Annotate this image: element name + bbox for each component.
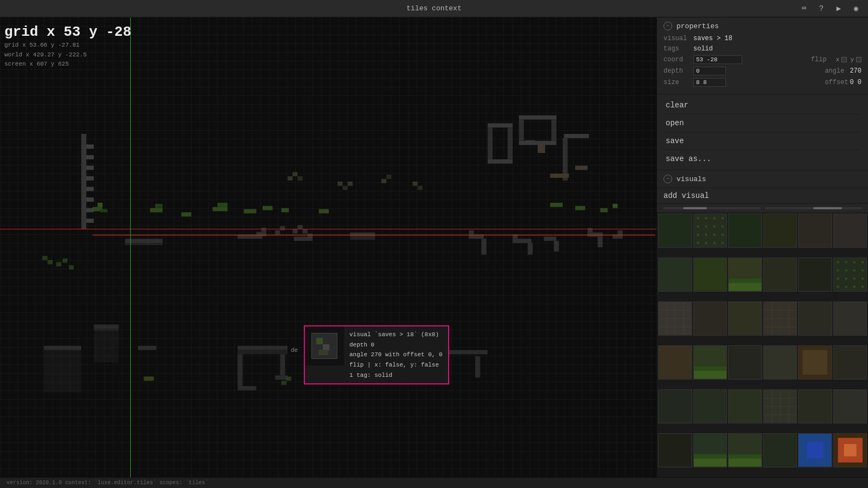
tile-grid bbox=[657, 213, 868, 477]
svg-rect-128 bbox=[764, 214, 797, 247]
tile-cell[interactable] bbox=[728, 214, 762, 248]
tile-cell[interactable] bbox=[798, 389, 832, 423]
tile-tooltip-info: visual `saves > 18` (8x8) depth 0 angle … bbox=[344, 326, 448, 383]
svg-rect-142 bbox=[861, 261, 864, 264]
tile-cell[interactable] bbox=[833, 301, 867, 336]
tile-cell[interactable] bbox=[798, 345, 832, 380]
scrollbar-thumb-right[interactable] bbox=[813, 207, 843, 209]
svg-rect-151 bbox=[837, 286, 839, 288]
tile-cell[interactable] bbox=[658, 258, 692, 292]
tile-cell[interactable] bbox=[763, 258, 797, 292]
tile-cell[interactable] bbox=[833, 214, 867, 248]
svg-rect-153 bbox=[853, 286, 855, 288]
map-area[interactable]: grid x 53 y -28 grid x 53.66 y -27.81 wo… bbox=[0, 17, 656, 477]
tile-cell[interactable] bbox=[798, 301, 832, 336]
tile-cell[interactable] bbox=[693, 258, 727, 292]
tile-cell[interactable] bbox=[658, 433, 692, 467]
coord-input[interactable] bbox=[693, 55, 742, 64]
visuals-section: − visuals add visual bbox=[657, 170, 868, 477]
add-visual-button[interactable]: add visual bbox=[657, 188, 868, 204]
tile-preview-inner bbox=[311, 333, 337, 359]
size-input[interactable] bbox=[693, 78, 726, 87]
svg-rect-195 bbox=[659, 434, 692, 467]
properties-header: − properties bbox=[663, 22, 861, 30]
crosshair-horizontal bbox=[0, 229, 656, 229]
tile-preview-box bbox=[305, 326, 344, 365]
depth-input[interactable] bbox=[693, 67, 726, 75]
open-button[interactable]: open bbox=[663, 114, 861, 132]
help-icon[interactable]: ? bbox=[816, 3, 827, 14]
tags-row: tags solid bbox=[663, 45, 861, 53]
save-button[interactable]: save bbox=[663, 132, 861, 150]
tile-cell[interactable] bbox=[763, 301, 797, 336]
tile-cell[interactable] bbox=[763, 345, 797, 380]
tile-cell[interactable] bbox=[728, 258, 762, 292]
tile-cell[interactable] bbox=[728, 389, 762, 423]
svg-rect-202 bbox=[764, 434, 797, 467]
tile-cell[interactable] bbox=[658, 214, 692, 248]
tile-cell[interactable] bbox=[658, 301, 692, 336]
visuals-icon: − bbox=[663, 175, 672, 183]
tile-cell[interactable] bbox=[728, 433, 762, 467]
tile-cell[interactable] bbox=[693, 214, 727, 248]
svg-rect-181 bbox=[803, 350, 827, 375]
keyboard-icon[interactable]: ⌨ bbox=[799, 3, 809, 14]
tile-cell[interactable] bbox=[693, 301, 727, 336]
user-icon[interactable]: ◉ bbox=[851, 3, 861, 14]
tile-cell[interactable] bbox=[693, 433, 727, 467]
visuals-title: visuals bbox=[676, 175, 706, 183]
svg-rect-191 bbox=[780, 390, 781, 423]
size-label: size bbox=[663, 79, 693, 86]
right-panel: − properties visual saves > 18 tags soli… bbox=[656, 17, 868, 477]
svg-rect-126 bbox=[722, 242, 724, 244]
top-bar: tiles context ⌨ ? ▶ ◉ bbox=[0, 0, 868, 17]
scrollbar-thumb-left[interactable] bbox=[683, 207, 707, 209]
tile-cell[interactable] bbox=[798, 258, 832, 292]
main-layout: grid x 53 y -28 grid x 53.66 y -27.81 wo… bbox=[0, 17, 868, 477]
svg-rect-115 bbox=[697, 226, 699, 228]
scrollbar-track-right[interactable] bbox=[765, 207, 862, 209]
svg-rect-207 bbox=[844, 444, 856, 457]
svg-rect-182 bbox=[834, 346, 867, 379]
tile-cell[interactable] bbox=[798, 433, 832, 467]
tile-cell[interactable] bbox=[693, 389, 727, 423]
play-icon[interactable]: ▶ bbox=[833, 3, 844, 14]
status-bar: version: 2020.1.0 context: `luxe.editor.… bbox=[0, 477, 868, 488]
flip-x-group: x bbox=[836, 56, 847, 63]
svg-rect-144 bbox=[845, 269, 847, 272]
tile-cell[interactable] bbox=[658, 345, 692, 380]
svg-rect-172 bbox=[834, 302, 867, 335]
tile-cell[interactable] bbox=[728, 345, 762, 380]
angle-group: angle 270 bbox=[825, 67, 861, 75]
flip-y-checkbox[interactable] bbox=[856, 57, 861, 62]
tile-cell[interactable] bbox=[833, 258, 867, 292]
tile-cell[interactable] bbox=[763, 389, 797, 423]
svg-rect-161 bbox=[683, 302, 684, 335]
tile-cell[interactable] bbox=[658, 389, 692, 423]
svg-rect-190 bbox=[772, 390, 773, 423]
scrollbar-track-left[interactable] bbox=[663, 207, 761, 209]
tile-cell[interactable] bbox=[833, 345, 867, 380]
svg-rect-141 bbox=[853, 261, 855, 264]
offset-label: offset bbox=[825, 79, 846, 86]
tile-cell[interactable] bbox=[728, 301, 762, 336]
flip-x-checkbox[interactable] bbox=[841, 57, 847, 62]
svg-rect-131 bbox=[659, 258, 692, 291]
save-as-button[interactable]: save as... bbox=[663, 150, 861, 168]
svg-rect-118 bbox=[722, 226, 724, 228]
clear-button[interactable]: clear bbox=[663, 97, 861, 114]
tile-cell[interactable] bbox=[798, 214, 832, 248]
map-canvas: grid x 53 y -28 grid x 53.66 y -27.81 wo… bbox=[0, 17, 656, 477]
tile-cell[interactable] bbox=[693, 345, 727, 380]
depth-row: depth angle 270 bbox=[663, 67, 861, 75]
svg-rect-112 bbox=[705, 217, 707, 220]
svg-rect-192 bbox=[788, 390, 789, 423]
svg-rect-163 bbox=[729, 302, 762, 335]
visual-label: visual bbox=[663, 35, 693, 42]
tile-cell[interactable] bbox=[763, 433, 797, 467]
flip-x-label: x bbox=[836, 56, 840, 63]
tile-cell[interactable] bbox=[763, 214, 797, 248]
svg-rect-168 bbox=[772, 302, 773, 335]
tile-cell[interactable] bbox=[833, 389, 867, 423]
tile-cell[interactable] bbox=[833, 433, 867, 467]
